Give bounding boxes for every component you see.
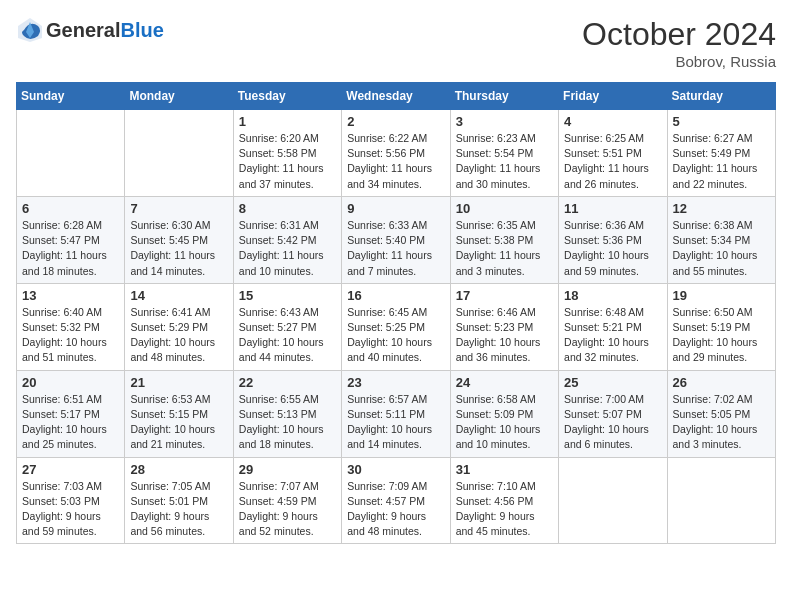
day-number: 8 (239, 201, 336, 216)
calendar-cell: 16Sunrise: 6:45 AMSunset: 5:25 PMDayligh… (342, 283, 450, 370)
calendar-cell: 21Sunrise: 6:53 AMSunset: 5:15 PMDayligh… (125, 370, 233, 457)
day-number: 14 (130, 288, 227, 303)
day-detail: Sunrise: 7:10 AMSunset: 4:56 PMDaylight:… (456, 479, 553, 540)
day-detail: Sunrise: 6:27 AMSunset: 5:49 PMDaylight:… (673, 131, 770, 192)
calendar-cell: 14Sunrise: 6:41 AMSunset: 5:29 PMDayligh… (125, 283, 233, 370)
day-number: 31 (456, 462, 553, 477)
day-number: 3 (456, 114, 553, 129)
day-number: 24 (456, 375, 553, 390)
day-number: 16 (347, 288, 444, 303)
calendar-cell: 20Sunrise: 6:51 AMSunset: 5:17 PMDayligh… (17, 370, 125, 457)
calendar-week-row: 20Sunrise: 6:51 AMSunset: 5:17 PMDayligh… (17, 370, 776, 457)
weekday-header: Friday (559, 83, 667, 110)
day-detail: Sunrise: 6:35 AMSunset: 5:38 PMDaylight:… (456, 218, 553, 279)
day-detail: Sunrise: 6:48 AMSunset: 5:21 PMDaylight:… (564, 305, 661, 366)
calendar-cell (125, 110, 233, 197)
calendar-cell: 28Sunrise: 7:05 AMSunset: 5:01 PMDayligh… (125, 457, 233, 544)
calendar-cell: 25Sunrise: 7:00 AMSunset: 5:07 PMDayligh… (559, 370, 667, 457)
day-number: 28 (130, 462, 227, 477)
calendar-cell: 23Sunrise: 6:57 AMSunset: 5:11 PMDayligh… (342, 370, 450, 457)
calendar-cell: 12Sunrise: 6:38 AMSunset: 5:34 PMDayligh… (667, 196, 775, 283)
calendar-cell: 11Sunrise: 6:36 AMSunset: 5:36 PMDayligh… (559, 196, 667, 283)
day-number: 29 (239, 462, 336, 477)
day-number: 26 (673, 375, 770, 390)
day-number: 13 (22, 288, 119, 303)
day-number: 21 (130, 375, 227, 390)
day-number: 11 (564, 201, 661, 216)
title-block: October 2024 Bobrov, Russia (582, 16, 776, 70)
day-detail: Sunrise: 6:41 AMSunset: 5:29 PMDaylight:… (130, 305, 227, 366)
calendar-table: SundayMondayTuesdayWednesdayThursdayFrid… (16, 82, 776, 544)
day-number: 17 (456, 288, 553, 303)
day-number: 7 (130, 201, 227, 216)
calendar-cell: 29Sunrise: 7:07 AMSunset: 4:59 PMDayligh… (233, 457, 341, 544)
day-number: 19 (673, 288, 770, 303)
logo-icon (16, 16, 44, 44)
day-number: 25 (564, 375, 661, 390)
day-number: 23 (347, 375, 444, 390)
calendar-cell: 13Sunrise: 6:40 AMSunset: 5:32 PMDayligh… (17, 283, 125, 370)
weekday-header: Sunday (17, 83, 125, 110)
day-detail: Sunrise: 6:36 AMSunset: 5:36 PMDaylight:… (564, 218, 661, 279)
logo: GeneralBlue (16, 16, 164, 44)
calendar-cell: 6Sunrise: 6:28 AMSunset: 5:47 PMDaylight… (17, 196, 125, 283)
day-detail: Sunrise: 6:45 AMSunset: 5:25 PMDaylight:… (347, 305, 444, 366)
day-number: 27 (22, 462, 119, 477)
day-detail: Sunrise: 6:23 AMSunset: 5:54 PMDaylight:… (456, 131, 553, 192)
day-detail: Sunrise: 6:46 AMSunset: 5:23 PMDaylight:… (456, 305, 553, 366)
day-number: 12 (673, 201, 770, 216)
day-detail: Sunrise: 6:57 AMSunset: 5:11 PMDaylight:… (347, 392, 444, 453)
calendar-cell: 1Sunrise: 6:20 AMSunset: 5:58 PMDaylight… (233, 110, 341, 197)
day-detail: Sunrise: 7:02 AMSunset: 5:05 PMDaylight:… (673, 392, 770, 453)
month-year: October 2024 (582, 16, 776, 53)
day-detail: Sunrise: 7:05 AMSunset: 5:01 PMDaylight:… (130, 479, 227, 540)
calendar-cell: 17Sunrise: 6:46 AMSunset: 5:23 PMDayligh… (450, 283, 558, 370)
day-detail: Sunrise: 6:58 AMSunset: 5:09 PMDaylight:… (456, 392, 553, 453)
day-detail: Sunrise: 6:40 AMSunset: 5:32 PMDaylight:… (22, 305, 119, 366)
day-detail: Sunrise: 6:31 AMSunset: 5:42 PMDaylight:… (239, 218, 336, 279)
calendar-cell: 30Sunrise: 7:09 AMSunset: 4:57 PMDayligh… (342, 457, 450, 544)
day-detail: Sunrise: 6:38 AMSunset: 5:34 PMDaylight:… (673, 218, 770, 279)
day-number: 22 (239, 375, 336, 390)
weekday-header: Tuesday (233, 83, 341, 110)
weekday-header: Thursday (450, 83, 558, 110)
calendar-week-row: 6Sunrise: 6:28 AMSunset: 5:47 PMDaylight… (17, 196, 776, 283)
day-number: 10 (456, 201, 553, 216)
calendar-cell (667, 457, 775, 544)
calendar-cell: 31Sunrise: 7:10 AMSunset: 4:56 PMDayligh… (450, 457, 558, 544)
calendar-cell: 19Sunrise: 6:50 AMSunset: 5:19 PMDayligh… (667, 283, 775, 370)
day-detail: Sunrise: 6:30 AMSunset: 5:45 PMDaylight:… (130, 218, 227, 279)
calendar-cell: 4Sunrise: 6:25 AMSunset: 5:51 PMDaylight… (559, 110, 667, 197)
day-number: 5 (673, 114, 770, 129)
day-detail: Sunrise: 7:03 AMSunset: 5:03 PMDaylight:… (22, 479, 119, 540)
day-detail: Sunrise: 6:25 AMSunset: 5:51 PMDaylight:… (564, 131, 661, 192)
day-detail: Sunrise: 7:09 AMSunset: 4:57 PMDaylight:… (347, 479, 444, 540)
logo-text: GeneralBlue (46, 19, 164, 42)
day-number: 1 (239, 114, 336, 129)
calendar-cell: 15Sunrise: 6:43 AMSunset: 5:27 PMDayligh… (233, 283, 341, 370)
day-detail: Sunrise: 6:22 AMSunset: 5:56 PMDaylight:… (347, 131, 444, 192)
day-detail: Sunrise: 6:55 AMSunset: 5:13 PMDaylight:… (239, 392, 336, 453)
day-detail: Sunrise: 6:51 AMSunset: 5:17 PMDaylight:… (22, 392, 119, 453)
calendar-week-row: 1Sunrise: 6:20 AMSunset: 5:58 PMDaylight… (17, 110, 776, 197)
day-number: 20 (22, 375, 119, 390)
calendar-cell: 8Sunrise: 6:31 AMSunset: 5:42 PMDaylight… (233, 196, 341, 283)
weekday-header: Saturday (667, 83, 775, 110)
day-detail: Sunrise: 7:00 AMSunset: 5:07 PMDaylight:… (564, 392, 661, 453)
day-detail: Sunrise: 6:20 AMSunset: 5:58 PMDaylight:… (239, 131, 336, 192)
day-detail: Sunrise: 6:43 AMSunset: 5:27 PMDaylight:… (239, 305, 336, 366)
weekday-header: Wednesday (342, 83, 450, 110)
calendar-cell: 5Sunrise: 6:27 AMSunset: 5:49 PMDaylight… (667, 110, 775, 197)
day-number: 15 (239, 288, 336, 303)
calendar-week-row: 27Sunrise: 7:03 AMSunset: 5:03 PMDayligh… (17, 457, 776, 544)
calendar-cell: 9Sunrise: 6:33 AMSunset: 5:40 PMDaylight… (342, 196, 450, 283)
calendar-cell: 22Sunrise: 6:55 AMSunset: 5:13 PMDayligh… (233, 370, 341, 457)
calendar-cell: 10Sunrise: 6:35 AMSunset: 5:38 PMDayligh… (450, 196, 558, 283)
day-number: 18 (564, 288, 661, 303)
calendar-cell: 26Sunrise: 7:02 AMSunset: 5:05 PMDayligh… (667, 370, 775, 457)
calendar-cell: 18Sunrise: 6:48 AMSunset: 5:21 PMDayligh… (559, 283, 667, 370)
day-detail: Sunrise: 6:33 AMSunset: 5:40 PMDaylight:… (347, 218, 444, 279)
day-number: 2 (347, 114, 444, 129)
calendar-cell: 3Sunrise: 6:23 AMSunset: 5:54 PMDaylight… (450, 110, 558, 197)
calendar-week-row: 13Sunrise: 6:40 AMSunset: 5:32 PMDayligh… (17, 283, 776, 370)
